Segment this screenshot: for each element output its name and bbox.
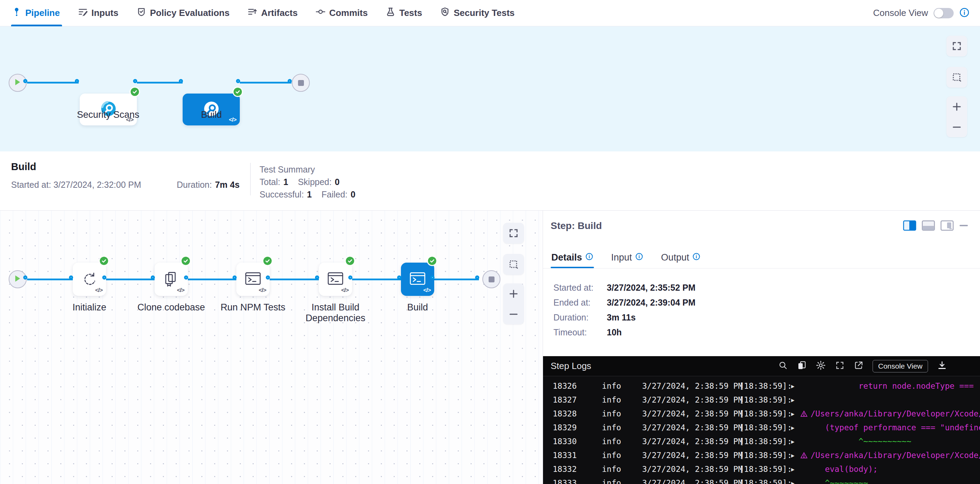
search-icon[interactable] <box>778 361 788 371</box>
nav-right: Console View <box>873 7 970 19</box>
artifacts-icon <box>247 7 257 19</box>
tab-output[interactable]: Output <box>660 247 701 268</box>
warning-icon <box>800 451 808 459</box>
info-icon[interactable] <box>959 7 970 19</box>
tab-security-tests[interactable]: Security Tests <box>440 0 515 26</box>
log-line-number: 18329 <box>553 421 602 435</box>
pipeline-end-node[interactable] <box>292 74 310 92</box>
expand-arrow-icon[interactable]: ▸ <box>791 393 800 407</box>
expand-arrow-icon[interactable]: ▸ <box>791 421 800 435</box>
log-timestamp: [18:38:59]: <box>739 435 791 448</box>
log-date: 3/27/2024, 2:38:59 PM <box>642 421 739 435</box>
toggle-knob <box>934 9 943 17</box>
open-in-new-icon[interactable] <box>854 361 863 371</box>
log-date: 3/27/2024, 2:38:59 PM <box>642 393 739 407</box>
log-row[interactable]: 18331info3/27/2024, 2:38:59 PM[18:38:59]… <box>543 448 980 462</box>
log-row[interactable]: 18333info3/27/2024, 2:38:59 PM[18:38:59]… <box>543 476 980 484</box>
fullscreen-button[interactable] <box>503 223 524 244</box>
download-icon[interactable] <box>937 361 947 371</box>
lower-split: </> </> </> </> </> <box>0 211 980 484</box>
step-node-run-npm-tests[interactable]: </> <box>236 263 270 296</box>
tab-commits[interactable]: Commits <box>316 0 368 26</box>
log-row[interactable]: 18327info3/27/2024, 2:38:59 PM[18:38:59]… <box>543 393 980 407</box>
expand-arrow-icon[interactable]: ▸ <box>791 407 800 421</box>
zoom-in-button[interactable] <box>951 102 962 112</box>
commits-icon <box>316 7 325 19</box>
expand-arrow-icon[interactable]: ▸ <box>791 448 800 462</box>
tab-label: Output <box>661 252 689 263</box>
expand-arrow-icon[interactable]: ▸ <box>791 462 800 476</box>
panel-layout-controls <box>903 221 968 232</box>
log-timestamp: [18:38:59]: <box>739 476 791 484</box>
layout-horizontal-split-icon[interactable] <box>922 221 935 232</box>
port <box>184 275 188 279</box>
tab-label: Details <box>551 252 582 263</box>
edge <box>240 82 291 84</box>
security-tests-icon <box>440 7 450 19</box>
minimize-panel-icon[interactable] <box>959 221 968 232</box>
log-timestamp: [18:38:59]: <box>739 407 791 421</box>
layout-vertical-split-icon[interactable] <box>903 221 916 232</box>
log-row[interactable]: 18329info3/27/2024, 2:38:59 PM[18:38:59]… <box>543 421 980 435</box>
expand-arrow-icon[interactable]: ▸ <box>791 476 800 484</box>
info-icon[interactable] <box>692 252 700 263</box>
copy-icon[interactable] <box>797 361 807 371</box>
zoom-out-button[interactable] <box>508 309 519 319</box>
tab-artifacts[interactable]: Artifacts <box>247 0 298 26</box>
log-date: 3/27/2024, 2:38:59 PM <box>642 435 739 448</box>
detail-duration: Duration: 3m 11s <box>554 313 636 322</box>
tab-tests[interactable]: Tests <box>386 0 422 26</box>
step-node-initialize[interactable]: </> <box>73 263 106 296</box>
edge <box>137 82 183 84</box>
step-node-clone-codebase[interactable]: </> <box>154 263 188 296</box>
stage-title: Build <box>11 161 37 173</box>
zoom-out-button[interactable] <box>951 122 962 132</box>
step-logs-title: Step Logs <box>550 361 769 371</box>
edge <box>352 279 401 280</box>
test-summary-title: Test Summary <box>259 165 356 175</box>
selection-tool-button[interactable] <box>503 254 524 275</box>
code-glyph: </> <box>177 287 185 294</box>
log-row[interactable]: 18332info3/27/2024, 2:38:59 PM[18:38:59]… <box>543 462 980 476</box>
log-row[interactable]: 18326info3/27/2024, 2:38:59 PM[18:38:59]… <box>543 379 980 393</box>
info-icon[interactable] <box>635 252 643 263</box>
tab-label: Security Tests <box>453 8 515 18</box>
tab-label: Policy Evaluations <box>150 8 230 18</box>
expand-arrow-icon[interactable]: ▸ <box>791 435 800 448</box>
tab-input[interactable]: Input <box>611 247 644 268</box>
port <box>315 275 319 279</box>
edge <box>188 279 236 280</box>
log-level: info <box>602 421 642 435</box>
tab-pipeline[interactable]: Pipeline <box>12 0 60 26</box>
detail-timeout: Timeout: 10h <box>554 327 622 338</box>
stage-end-node[interactable] <box>482 270 500 288</box>
tab-details[interactable]: Details <box>550 247 594 268</box>
step-node-install-build-dependencies[interactable]: </> <box>319 263 352 296</box>
fullscreen-button[interactable] <box>947 36 967 57</box>
zoom-in-button[interactable] <box>508 289 519 299</box>
port <box>179 79 183 83</box>
tests-skipped: Skipped:0 <box>298 177 340 187</box>
log-level: info <box>602 462 642 476</box>
info-icon[interactable] <box>585 252 593 263</box>
clone-icon <box>162 270 180 289</box>
code-glyph: </> <box>95 287 103 294</box>
expand-arrow-icon[interactable]: ▸ <box>791 379 800 393</box>
step-node-build[interactable]: </> <box>401 263 434 296</box>
log-row[interactable]: 18328info3/27/2024, 2:38:59 PM[18:38:59]… <box>543 407 980 421</box>
layout-floating-panel-icon[interactable] <box>940 221 954 232</box>
step-label: Install Build Dependencies <box>301 302 370 324</box>
log-message: return node.nodeType === <box>811 379 980 393</box>
tab-inputs[interactable]: Inputs <box>78 0 119 26</box>
fullscreen-icon[interactable] <box>835 361 845 371</box>
terminal-icon <box>409 270 426 289</box>
console-view-button[interactable]: Console View <box>873 360 928 373</box>
tab-policy-evaluations[interactable]: Policy Evaluations <box>137 0 230 26</box>
port <box>69 275 73 279</box>
log-row[interactable]: 18330info3/27/2024, 2:38:59 PM[18:38:59]… <box>543 435 980 448</box>
console-view-toggle[interactable] <box>934 8 954 18</box>
detail-ended-at: Ended at: 3/27/2024, 2:39:04 PM <box>554 298 695 308</box>
settings-gear-icon[interactable] <box>816 360 826 372</box>
selection-tool-button[interactable] <box>947 67 967 88</box>
test-summary: Test Summary Total:1 Skipped:0 Successfu… <box>259 165 356 200</box>
